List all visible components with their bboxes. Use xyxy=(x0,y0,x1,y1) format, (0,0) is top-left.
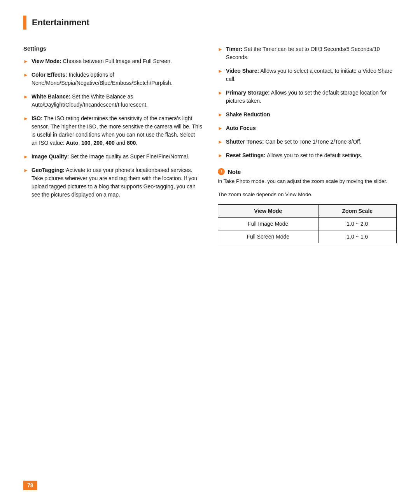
table-header-zoom-scale: Zoom Scale xyxy=(318,204,396,217)
item-text: Shake Reduction xyxy=(226,111,270,119)
page: Entertainment Settings ► View Mode: Choo… xyxy=(0,0,420,504)
item-text: GeoTagging: Activate to use your phone’s… xyxy=(32,166,202,199)
arrow-icon: ► xyxy=(218,152,223,160)
arrow-icon: ► xyxy=(23,72,28,79)
item-bold: Image Quality: xyxy=(32,153,69,160)
table-cell: 1.0 ~ 1.6 xyxy=(318,230,396,243)
item-bold: Color Effects: xyxy=(32,72,67,78)
item-text: Image Quality: Set the image quality as … xyxy=(32,153,189,161)
header-bar xyxy=(23,16,26,30)
table-header-view-mode: View Mode xyxy=(218,204,318,217)
note-text-1: In Take Photo mode, you can adjust the z… xyxy=(218,177,397,185)
item-bold: Auto Focus xyxy=(226,125,256,131)
item-bold: ISO: xyxy=(32,115,43,121)
arrow-icon: ► xyxy=(218,111,223,119)
list-item: ► White Balance: Set the White Balance a… xyxy=(23,93,202,109)
item-text: Shutter Tones: Can be set to Tone 1/Tone… xyxy=(226,138,362,146)
left-column: Settings ► View Mode: Choose between Ful… xyxy=(23,45,202,243)
item-text: Timer: Set the Timer can be set to Off/3… xyxy=(226,45,397,61)
arrow-icon: ► xyxy=(218,125,223,132)
item-desc: Set the image quality as Super Fine/Fine… xyxy=(69,153,189,160)
item-text: Color Effects: Includes options of None/… xyxy=(32,71,202,87)
zoom-table: View Mode Zoom Scale Full Image Mode 1.0… xyxy=(218,204,397,243)
table-row: Full Screen Mode 1.0 ~ 1.6 xyxy=(218,230,397,243)
list-item: ► Shutter Tones: Can be set to Tone 1/To… xyxy=(218,138,397,146)
table-cell: 1.0 ~ 2.0 xyxy=(318,217,396,230)
right-column: ► Timer: Set the Timer can be set to Off… xyxy=(218,45,397,243)
item-bold: Timer: xyxy=(226,46,243,52)
item-bold: Shutter Tones: xyxy=(226,139,264,145)
item-text: Reset Settings: Allows you to set to the… xyxy=(226,151,362,160)
item-bold: View Mode: xyxy=(32,58,61,64)
page-number: 78 xyxy=(23,481,37,490)
item-desc: Choose between Full Image and Full Scree… xyxy=(61,58,172,64)
list-item: ► Shake Reduction xyxy=(218,111,397,119)
arrow-icon: ► xyxy=(23,153,28,161)
item-desc: Set the Timer can be set to Off/3 Second… xyxy=(226,46,380,60)
note-header: ! Note xyxy=(218,168,397,175)
item-text: White Balance: Set the White Balance as … xyxy=(32,93,202,109)
item-text: Video Share: Allows you to select a cont… xyxy=(226,67,397,83)
item-text: Auto Focus xyxy=(226,124,256,132)
iso-400: 400 xyxy=(106,140,115,146)
note-icon: ! xyxy=(218,168,225,175)
list-item: ► Reset Settings: Allows you to set to t… xyxy=(218,151,397,160)
arrow-icon: ► xyxy=(218,68,223,75)
item-bold: Shake Reduction xyxy=(226,111,270,118)
page-title: Entertainment xyxy=(32,18,89,28)
iso-200: 200 xyxy=(93,140,102,146)
list-item: ► Color Effects: Includes options of Non… xyxy=(23,71,202,87)
item-text: Primary Storage: Allows you to set the d… xyxy=(226,89,397,105)
iso-800: 800 xyxy=(127,140,136,146)
item-bold: Video Share: xyxy=(226,68,259,74)
table-row: Full Image Mode 1.0 ~ 2.0 xyxy=(218,217,397,230)
list-item: ► Auto Focus xyxy=(218,124,397,132)
arrow-icon: ► xyxy=(23,93,28,101)
arrow-icon: ► xyxy=(23,115,28,123)
item-bold: Primary Storage: xyxy=(226,90,270,96)
arrow-icon: ► xyxy=(218,90,223,97)
list-item: ► Video Share: Allows you to select a co… xyxy=(218,67,397,83)
list-item: ► Timer: Set the Timer can be set to Off… xyxy=(218,45,397,61)
item-text: View Mode: Choose between Full Image and… xyxy=(32,57,172,65)
list-item: ► View Mode: Choose between Full Image a… xyxy=(23,57,202,65)
iso-100: 100 xyxy=(81,140,90,146)
list-item: ► GeoTagging: Activate to use your phone… xyxy=(23,166,202,199)
arrow-icon: ► xyxy=(23,58,28,65)
list-item: ► Image Quality: Set the image quality a… xyxy=(23,153,202,161)
table-cell: Full Screen Mode xyxy=(218,230,318,243)
settings-heading: Settings xyxy=(23,45,202,52)
note-icon-symbol: ! xyxy=(220,169,222,174)
arrow-icon: ► xyxy=(218,46,223,53)
content-area: Settings ► View Mode: Choose between Ful… xyxy=(23,45,397,243)
table-cell: Full Image Mode xyxy=(218,217,318,230)
note-label: Note xyxy=(228,169,241,175)
list-item: ► ISO: The ISO rating determines the sen… xyxy=(23,114,202,147)
note-section: ! Note In Take Photo mode, you can adjus… xyxy=(218,168,397,243)
arrow-icon: ► xyxy=(218,139,223,146)
item-bold: GeoTagging: xyxy=(32,167,65,173)
list-item: ► Primary Storage: Allows you to set the… xyxy=(218,89,397,105)
item-desc: Allows you to set to the default setting… xyxy=(266,152,362,158)
item-bold: White Balance: xyxy=(32,93,70,100)
item-desc: Can be set to Tone 1/Tone 2/Tone 3/Off. xyxy=(264,139,362,145)
iso-auto: Auto xyxy=(66,140,79,146)
item-text: ISO: The ISO rating determines the sensi… xyxy=(32,114,202,147)
note-text-2: The zoom scale depends on View Mode. xyxy=(218,191,397,198)
page-header: Entertainment xyxy=(23,16,397,30)
item-bold: Reset Settings: xyxy=(226,152,266,158)
arrow-icon: ► xyxy=(23,167,28,174)
